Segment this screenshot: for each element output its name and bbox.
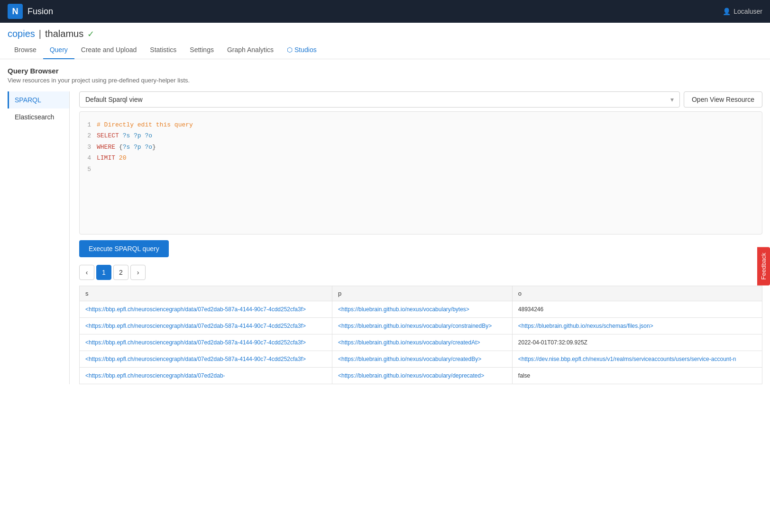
content-area: Default Sparql view ▾ Open View Resource…: [69, 91, 762, 384]
project-separator: |: [39, 28, 41, 39]
cell-o[interactable]: <https://dev.nise.bbp.epfl.ch/nexus/v1/r…: [512, 351, 762, 368]
cell-o: 48934246: [512, 301, 762, 318]
tab-query[interactable]: Query: [43, 41, 74, 59]
tab-create-upload[interactable]: Create and Upload: [74, 41, 144, 59]
sub-nav: Browse Query Create and Upload Statistic…: [0, 41, 770, 59]
cell-s[interactable]: <https://bbp.epfl.ch/neurosciencegraph/d…: [80, 318, 332, 334]
view-select[interactable]: Default Sparql view ▾: [79, 91, 680, 108]
code-line-4: 4 LIMIT 20: [83, 153, 754, 163]
studios-label: Studios: [294, 46, 317, 54]
table-row: <https://bbp.epfl.ch/neurosciencegraph/d…: [80, 318, 762, 334]
execute-sparql-button[interactable]: Execute SPARQL query: [79, 240, 169, 257]
pagination-page-1[interactable]: 1: [96, 265, 111, 280]
code-line-2: 2 SELECT ?s ?p ?o: [83, 130, 754, 141]
cell-o[interactable]: <https://bluebrain.github.io/nexus/schem…: [512, 318, 762, 334]
sidebar-item-elasticsearch[interactable]: Elasticsearch: [8, 108, 69, 126]
table-row: <https://bbp.epfl.ch/neurosciencegraph/d…: [80, 351, 762, 368]
project-name: thalamus: [45, 28, 83, 39]
code-line-3: 3 WHERE {?s ?p ?o}: [83, 142, 754, 153]
col-header-s: s: [80, 286, 332, 301]
chevron-down-icon: ▾: [670, 96, 674, 103]
pagination-prev[interactable]: ‹: [79, 265, 94, 280]
page-title: Query Browser: [8, 67, 762, 75]
col-header-o: o: [512, 286, 762, 301]
tab-studios[interactable]: ⬡ Studios: [280, 41, 323, 59]
code-line-5: 5: [83, 164, 754, 175]
project-link[interactable]: copies: [8, 28, 35, 39]
cell-p[interactable]: <https://bluebrain.github.io/nexus/vocab…: [332, 334, 512, 351]
open-view-resource-button[interactable]: Open View Resource: [684, 91, 762, 108]
user-icon: 👤: [723, 8, 731, 15]
nav-left: N Fusion: [8, 4, 53, 19]
tab-statistics[interactable]: Statistics: [143, 41, 183, 59]
cell-p[interactable]: <https://bluebrain.github.io/nexus/vocab…: [332, 318, 512, 334]
cell-o: false: [512, 368, 762, 384]
code-line-1: 1 # Directly edit this query: [83, 119, 754, 130]
pagination: ‹ 1 2 ›: [79, 265, 762, 280]
pagination-page-2[interactable]: 2: [113, 265, 128, 280]
table-row: <https://bbp.epfl.ch/neurosciencegraph/d…: [80, 301, 762, 318]
user-label: Localuser: [733, 8, 762, 15]
feedback-label: Feedback: [760, 252, 767, 280]
table-row: <https://bbp.epfl.ch/neurosciencegraph/d…: [80, 368, 762, 384]
top-nav: N Fusion 👤 Localuser: [0, 0, 770, 23]
pagination-next[interactable]: ›: [130, 265, 146, 280]
cell-s[interactable]: <https://bbp.epfl.ch/neurosciencegraph/d…: [80, 368, 332, 384]
cell-s[interactable]: <https://bbp.epfl.ch/neurosciencegraph/d…: [80, 334, 332, 351]
tab-settings[interactable]: Settings: [183, 41, 220, 59]
feedback-button[interactable]: Feedback: [757, 247, 770, 285]
nexus-logo: N: [8, 4, 23, 19]
results-table: s p o <https://bbp.epfl.ch/neuroscienceg…: [79, 286, 762, 384]
cell-o: 2022-04-01T07:32:09.925Z: [512, 334, 762, 351]
main-layout: SPARQL Elasticsearch Default Sparql view…: [8, 91, 762, 384]
table-row: <https://bbp.epfl.ch/neurosciencegraph/d…: [80, 334, 762, 351]
user-menu[interactable]: 👤 Localuser: [723, 8, 762, 15]
studios-icon: ⬡: [287, 46, 293, 54]
tab-graph-analytics[interactable]: Graph Analytics: [220, 41, 280, 59]
project-header: copies | thalamus ✓: [0, 23, 770, 41]
code-editor[interactable]: 1 # Directly edit this query 2 SELECT ?s…: [79, 111, 762, 234]
page-content: Query Browser View resources in your pro…: [0, 59, 770, 392]
cell-p[interactable]: <https://bluebrain.github.io/nexus/vocab…: [332, 368, 512, 384]
cell-p[interactable]: <https://bluebrain.github.io/nexus/vocab…: [332, 301, 512, 318]
view-select-label: Default Sparql view: [85, 96, 143, 103]
cell-s[interactable]: <https://bbp.epfl.ch/neurosciencegraph/d…: [80, 351, 332, 368]
verified-icon: ✓: [87, 29, 94, 39]
cell-p[interactable]: <https://bluebrain.github.io/nexus/vocab…: [332, 351, 512, 368]
app-title: Fusion: [28, 7, 53, 17]
col-header-p: p: [332, 286, 512, 301]
query-view-bar: Default Sparql view ▾ Open View Resource: [79, 91, 762, 108]
sidebar: SPARQL Elasticsearch: [8, 91, 69, 384]
cell-s[interactable]: <https://bbp.epfl.ch/neurosciencegraph/d…: [80, 301, 332, 318]
page-desc: View resources in your project using pre…: [8, 77, 762, 84]
sidebar-item-sparql[interactable]: SPARQL: [8, 91, 69, 108]
tab-browse[interactable]: Browse: [8, 41, 43, 59]
